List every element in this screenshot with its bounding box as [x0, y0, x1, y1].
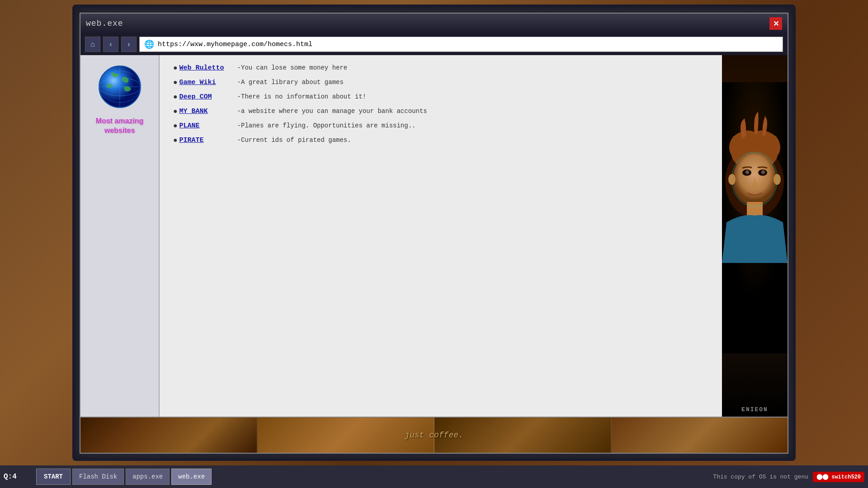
webexe-label: web.exe	[178, 473, 205, 480]
sidebar-label: Most amazing websites	[85, 117, 154, 136]
globe-container	[97, 64, 142, 109]
bullet-icon: ●	[173, 108, 178, 116]
list-item: ●Game Wiki-A great library about games	[173, 79, 708, 87]
link-description: -Current ids of pirated games.	[237, 136, 351, 144]
link-description: -a website where you can manage your ban…	[237, 108, 427, 115]
coffee-bg-1	[80, 418, 257, 453]
globe-icon: 🌐	[144, 39, 154, 49]
svg-point-11	[745, 170, 749, 174]
list-item: ●PIRATE-Current ids of pirated games.	[173, 136, 708, 145]
taskbar-item-appsexe[interactable]: apps.exe	[126, 469, 170, 485]
link-name[interactable]: MY BANK	[179, 108, 234, 115]
link-name[interactable]: Deep COM	[179, 93, 234, 101]
bullet-icon: ●	[173, 122, 178, 130]
back-button[interactable]: ‹	[103, 37, 118, 52]
link-name[interactable]: Game Wiki	[179, 79, 234, 86]
link-name[interactable]: PLANE	[179, 122, 234, 130]
address-bar[interactable]: 🌐 https://wxw.myhomepage.com/homecs.html	[139, 37, 783, 52]
browser-title: web.exe	[86, 19, 123, 28]
home-button[interactable]: ⌂	[85, 37, 100, 52]
globe-svg	[97, 64, 142, 109]
title-bar: web.exe ✕	[80, 14, 788, 33]
link-name[interactable]: Web Ruletto	[179, 64, 234, 72]
svg-point-12	[761, 170, 765, 174]
links-list: ●Web Ruletto-You can lose some money her…	[173, 64, 708, 145]
taskbar: Q:4 START Flash Disk apps.exe web.exe Th…	[0, 465, 868, 488]
taskbar-right: This copy of OS is not genu ⬤⬤ switch520	[713, 472, 864, 482]
link-description: -A great library about games	[237, 79, 344, 86]
bullet-icon: ●	[173, 93, 178, 101]
list-item: ●Deep COM-There is no information about …	[173, 93, 708, 101]
bullet-icon: ●	[173, 64, 178, 72]
nav-bar: ⌂ ‹ › 🌐 https://wxw.myhomepage.com/homec…	[80, 33, 788, 55]
close-button[interactable]: ✕	[769, 17, 782, 30]
edison-text: ENIEON	[722, 406, 788, 413]
taskbar-item-webexe[interactable]: web.exe	[171, 469, 212, 485]
os-notice: This copy of OS is not genu	[713, 474, 808, 480]
switch-badge: ⬤⬤ switch520	[813, 472, 864, 482]
flashdisk-label: Flash Disk	[79, 473, 117, 480]
portrait-svg	[722, 55, 788, 380]
list-item: ●MY BANK-a website where you can manage …	[173, 108, 708, 116]
coffee-banner-text: just coffee.	[405, 431, 463, 440]
clock-display: Q:4	[4, 473, 31, 481]
browser-content: Most amazing websites ●Web Ruletto-You c…	[80, 55, 788, 417]
main-content: ●Web Ruletto-You can lose some money her…	[160, 55, 722, 417]
browser-window: web.exe ✕ ⌂ ‹ › 🌐 https://wxw.myhomepage…	[80, 13, 788, 454]
face-image: ENIEON	[722, 55, 788, 417]
taskbar-item-flashdisk[interactable]: Flash Disk	[72, 469, 124, 485]
start-button[interactable]: START	[36, 469, 71, 485]
coffee-bg-4	[612, 418, 788, 453]
link-name[interactable]: PIRATE	[179, 136, 234, 144]
switch-logo-icon: ⬤⬤	[816, 474, 831, 480]
right-sidebar: ENIEON	[722, 55, 788, 417]
left-sidebar: Most amazing websites	[80, 55, 160, 417]
bullet-icon: ●	[173, 79, 178, 87]
bullet-icon: ●	[173, 136, 178, 145]
link-description: -Planes are flying. Opportunities are mi…	[237, 122, 416, 129]
url-text: https://wxw.myhomepage.com/homecs.html	[158, 41, 312, 48]
forward-button[interactable]: ›	[121, 37, 137, 52]
monitor-frame: web.exe ✕ ⌂ ‹ › 🌐 https://wxw.myhomepage…	[0, 0, 868, 488]
list-item: ●PLANE-Planes are flying. Opportunities …	[173, 122, 708, 130]
bottom-banner: just coffee.	[80, 417, 788, 453]
appsexe-label: apps.exe	[132, 473, 163, 480]
list-item: ●Web Ruletto-You can lose some money her…	[173, 64, 708, 72]
switch-label: switch520	[831, 474, 861, 480]
link-description: -You can lose some money here	[237, 64, 348, 71]
link-description: -There is no information about it!	[237, 93, 367, 100]
monitor-screen: web.exe ✕ ⌂ ‹ › 🌐 https://wxw.myhomepage…	[72, 5, 796, 461]
